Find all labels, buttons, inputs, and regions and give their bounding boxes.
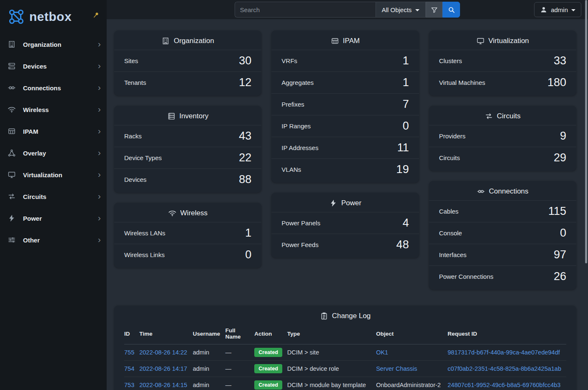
stat-value: 33 (554, 54, 566, 67)
stat-row-power-panels[interactable]: Power Panels 4 (271, 212, 419, 234)
changelog-request-link[interactable]: c07f0ab2-2351-4c58-825a-8b6a2425a1ab (447, 365, 561, 372)
netbox-logo-icon[interactable] (7, 7, 26, 26)
sidebar-item-overlay[interactable]: Overlay › (0, 142, 107, 164)
stat-row-sites[interactable]: Sites 30 (114, 50, 261, 71)
dashboard: Organization Sites 30 Tenants 12 (107, 19, 588, 390)
col-header-object: Object (376, 325, 447, 344)
bolt-icon (8, 214, 17, 223)
stat-row-vlans[interactable]: VLANs 19 (271, 158, 419, 180)
sidebar-item-organization[interactable]: Organization › (0, 33, 107, 55)
stat-label: Power Feeds (281, 241, 318, 248)
stat-row-racks[interactable]: Racks 43 (114, 125, 261, 147)
stat-row-wireless-links[interactable]: Wireless Links 0 (114, 244, 261, 265)
building-icon (8, 40, 17, 49)
bolt-icon (329, 199, 337, 207)
stat-row-interfaces[interactable]: Interfaces 97 (429, 244, 576, 265)
sidebar-item-connections[interactable]: Connections › (0, 77, 107, 99)
sidebar-menu: Organization › Devices › Connections › W… (0, 33, 107, 251)
card-title: Power (271, 193, 419, 212)
sidebar-item-virtualization[interactable]: Virtualization › (0, 164, 107, 186)
sliders-icon (8, 235, 17, 245)
stat-row-device-types[interactable]: Device Types 22 (114, 147, 261, 168)
stat-row-circuits[interactable]: Circuits 29 (429, 147, 576, 168)
changelog-time-link[interactable]: 2022-08-26 14:15 (139, 382, 187, 388)
search-icon (448, 6, 455, 13)
stat-row-providers[interactable]: Providers 9 (429, 125, 576, 147)
stat-label: Interfaces (439, 251, 467, 258)
stat-label: Cables (439, 208, 459, 215)
changelog-username: admin (193, 344, 225, 361)
stat-row-ip-addresses[interactable]: IP Addresses 11 (271, 137, 419, 158)
object-type-label: All Objects (382, 6, 412, 13)
stat-label: IP Addresses (281, 144, 318, 151)
caret-down-icon (415, 9, 419, 11)
stat-row-virtual-machines[interactable]: Virtual Machines 180 (429, 71, 576, 93)
action-badge: Created (254, 364, 282, 373)
sidebar: netbox Organization › Devices › Connecti… (0, 0, 107, 390)
sidebar-item-wireless[interactable]: Wireless › (0, 99, 107, 120)
action-badge: Created (254, 348, 282, 357)
stat-row-cables[interactable]: Cables 115 (429, 200, 576, 222)
stat-row-tenants[interactable]: Tenants 12 (114, 71, 261, 93)
stat-label: Power Panels (281, 219, 320, 227)
col-header-request-id: Request ID (447, 325, 566, 344)
card-title: Connections (429, 181, 576, 200)
stat-row-prefixes[interactable]: Prefixes 7 (271, 93, 419, 115)
search-button[interactable] (442, 2, 460, 18)
stat-row-power-connections[interactable]: Power Connections 26 (429, 265, 576, 287)
changelog-fullname: — (225, 377, 255, 390)
chevron-right-icon: › (98, 213, 101, 223)
stat-row-devices[interactable]: Devices 88 (114, 168, 261, 190)
user-menu-button[interactable]: admin (534, 2, 581, 17)
changelog-object-link[interactable]: OK1 (376, 349, 388, 356)
stat-row-wireless-lans[interactable]: Wireless LANs 1 (114, 222, 261, 244)
card-title: Wireless (114, 203, 261, 222)
col-header-type: Type (287, 325, 376, 344)
col-header-time: Time (139, 325, 193, 344)
sidebar-item-circuits[interactable]: Circuits › (0, 186, 107, 207)
pin-sidebar-icon[interactable] (92, 12, 100, 19)
filter-button[interactable] (426, 2, 442, 18)
search-input[interactable] (235, 2, 376, 18)
funnel-icon (431, 6, 438, 13)
scrollbar-thumb[interactable] (585, 0, 587, 263)
stat-value: 7 (403, 98, 409, 111)
stat-row-power-feeds[interactable]: Power Feeds 48 (271, 234, 419, 255)
stat-row-vrfs[interactable]: VRFs 1 (271, 50, 419, 71)
changelog-time-link[interactable]: 2022-08-26 14:22 (139, 349, 187, 356)
card-inventory: Inventory Racks 43 Device Types 22 Devic… (114, 106, 261, 193)
transfer-arrows-icon (8, 192, 17, 201)
main-area: All Objects admin (107, 0, 588, 390)
card-wireless: Wireless Wireless LANs 1 Wireless Links … (114, 203, 261, 268)
stat-label: Prefixes (281, 101, 304, 108)
scrollbar[interactable] (584, 0, 588, 390)
transfer-arrows-icon (485, 112, 493, 120)
sidebar-item-devices[interactable]: Devices › (0, 55, 107, 77)
changelog-id-link[interactable]: 755 (124, 349, 134, 356)
topbar: All Objects admin (107, 0, 588, 19)
monitor-icon (8, 170, 17, 179)
stat-row-console[interactable]: Console 0 (429, 222, 576, 244)
stat-row-aggregates[interactable]: Aggregates 1 (271, 71, 419, 93)
sidebar-item-label: Power (23, 215, 98, 222)
card-circuits: Circuits Providers 9 Circuits 29 (429, 106, 576, 171)
chevron-right-icon: › (98, 170, 101, 180)
object-type-select[interactable]: All Objects (376, 2, 426, 18)
stat-value: 0 (403, 120, 409, 133)
changelog-time-link[interactable]: 2022-08-26 14:17 (139, 365, 187, 372)
stat-label: Device Types (124, 154, 162, 161)
brand-name[interactable]: netbox (29, 10, 72, 24)
search-group: All Objects (235, 2, 460, 18)
changelog-id-link[interactable]: 753 (124, 382, 134, 388)
changelog-request-link[interactable]: 24807c61-9952-49c6-b8a5-69760bfcc4b3 (447, 382, 560, 388)
changelog-id-link[interactable]: 754 (124, 365, 134, 372)
stat-row-ip-ranges[interactable]: IP Ranges 0 (271, 115, 419, 137)
stat-row-clusters[interactable]: Clusters 33 (429, 50, 576, 71)
chevron-right-icon: › (98, 105, 101, 115)
changelog-request-link[interactable]: 9817317d-b67f-440a-99ca-4ae07ede94df (447, 349, 560, 356)
sidebar-item-ipam[interactable]: IPAM › (0, 120, 107, 142)
person-icon (540, 6, 547, 13)
changelog-object-link[interactable]: Server Chassis (376, 365, 417, 372)
sidebar-item-other[interactable]: Other › (0, 229, 107, 251)
sidebar-item-power[interactable]: Power › (0, 207, 107, 229)
